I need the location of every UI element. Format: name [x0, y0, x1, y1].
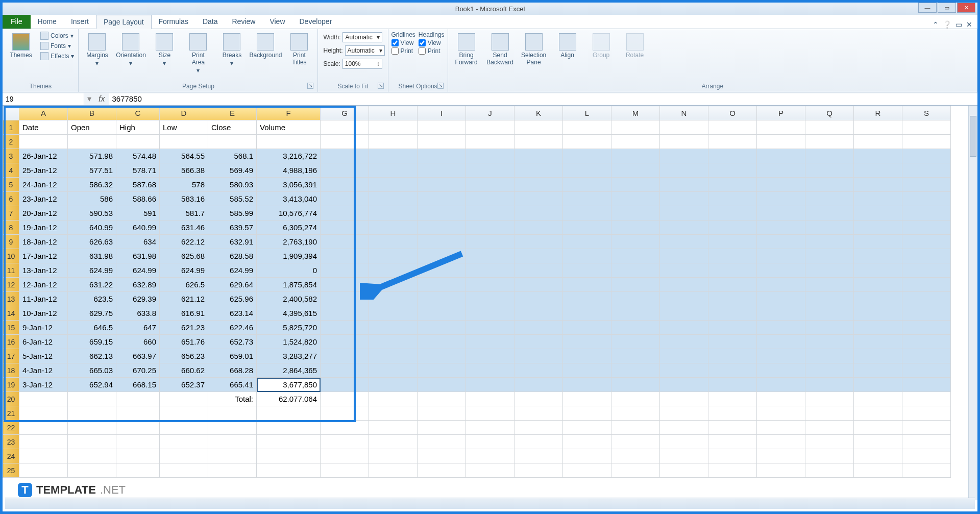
- column-header-O[interactable]: O: [708, 106, 757, 120]
- cell[interactable]: [611, 306, 660, 321]
- cell[interactable]: 569.49: [208, 163, 257, 178]
- column-header-K[interactable]: K: [514, 106, 563, 120]
- cell[interactable]: [321, 235, 369, 249]
- cell[interactable]: 591: [116, 206, 160, 221]
- cell[interactable]: [466, 435, 514, 449]
- cell[interactable]: 616.91: [160, 306, 208, 321]
- cell[interactable]: [660, 349, 708, 363]
- cell[interactable]: [321, 449, 369, 463]
- cell[interactable]: [660, 292, 708, 306]
- cell[interactable]: 3,677,850: [257, 378, 321, 392]
- cell[interactable]: [563, 292, 611, 306]
- cell[interactable]: [708, 449, 757, 463]
- cell[interactable]: [611, 406, 660, 421]
- cell[interactable]: 9-Jan-12: [19, 321, 68, 335]
- cell[interactable]: 659.15: [68, 335, 116, 349]
- cell[interactable]: [805, 135, 854, 149]
- cell[interactable]: 17-Jan-12: [19, 249, 68, 263]
- cell[interactable]: 629.75: [68, 306, 116, 321]
- cell[interactable]: 6-Jan-12: [19, 335, 68, 349]
- bring-forward-button[interactable]: Bring Forward: [451, 31, 482, 68]
- cell[interactable]: [208, 406, 257, 421]
- tab-data[interactable]: Data: [195, 14, 225, 29]
- cell[interactable]: [369, 249, 418, 263]
- cell[interactable]: [466, 235, 514, 249]
- cell[interactable]: [902, 178, 951, 192]
- cell[interactable]: [68, 449, 116, 463]
- width-combo[interactable]: Automatic▾: [342, 32, 382, 42]
- cell[interactable]: [805, 378, 854, 392]
- cell[interactable]: [757, 306, 805, 321]
- row-header[interactable]: 25: [3, 463, 19, 478]
- background-button[interactable]: Background: [250, 31, 281, 61]
- cell[interactable]: 626.63: [68, 235, 116, 249]
- cell[interactable]: 3-Jan-12: [19, 378, 68, 392]
- cell[interactable]: [418, 221, 466, 235]
- cell[interactable]: 625.68: [160, 249, 208, 263]
- cell[interactable]: 585.52: [208, 192, 257, 206]
- cell[interactable]: [514, 149, 563, 163]
- cell[interactable]: [418, 135, 466, 149]
- cell[interactable]: [660, 149, 708, 163]
- cell[interactable]: 4-Jan-12: [19, 363, 68, 378]
- cell[interactable]: [418, 406, 466, 421]
- cell[interactable]: [757, 149, 805, 163]
- cell[interactable]: 640.99: [68, 221, 116, 235]
- gridlines-view-checkbox[interactable]: View: [391, 39, 415, 46]
- tab-developer[interactable]: Developer: [292, 14, 339, 29]
- cell[interactable]: [660, 235, 708, 249]
- cell[interactable]: [757, 163, 805, 178]
- cell[interactable]: [321, 435, 369, 449]
- cell[interactable]: [321, 249, 369, 263]
- cell[interactable]: [708, 349, 757, 363]
- cell[interactable]: [805, 235, 854, 249]
- cell[interactable]: [708, 278, 757, 292]
- cell[interactable]: [805, 306, 854, 321]
- cell[interactable]: [611, 221, 660, 235]
- cell[interactable]: 13-Jan-12: [19, 263, 68, 278]
- minimize-ribbon-icon[interactable]: ⌃: [933, 20, 939, 29]
- cell[interactable]: [805, 406, 854, 421]
- cell[interactable]: [563, 163, 611, 178]
- cell[interactable]: [68, 406, 116, 421]
- align-button[interactable]: Align: [552, 31, 583, 61]
- cell[interactable]: [611, 206, 660, 221]
- minimize-button[interactable]: —: [918, 3, 937, 13]
- cell[interactable]: [708, 120, 757, 135]
- cell[interactable]: [805, 221, 854, 235]
- cell[interactable]: [611, 321, 660, 335]
- cell[interactable]: [854, 120, 902, 135]
- cell[interactable]: [257, 449, 321, 463]
- cell[interactable]: 659.01: [208, 349, 257, 363]
- cell[interactable]: 632.91: [208, 235, 257, 249]
- cell[interactable]: [321, 221, 369, 235]
- cell[interactable]: [514, 292, 563, 306]
- cell[interactable]: [708, 135, 757, 149]
- print-area-button[interactable]: Print Area▾: [183, 31, 213, 76]
- cell[interactable]: 663.97: [116, 349, 160, 363]
- cell[interactable]: [466, 249, 514, 263]
- cell[interactable]: Date: [19, 120, 68, 135]
- cell[interactable]: 586.32: [68, 178, 116, 192]
- cell[interactable]: [854, 149, 902, 163]
- cell[interactable]: [708, 206, 757, 221]
- cell[interactable]: [611, 249, 660, 263]
- cell[interactable]: [321, 306, 369, 321]
- cell[interactable]: [708, 263, 757, 278]
- cell[interactable]: 652.37: [160, 378, 208, 392]
- cell[interactable]: [321, 392, 369, 406]
- cell[interactable]: [660, 421, 708, 435]
- column-header-D[interactable]: D: [160, 106, 208, 120]
- cell[interactable]: [660, 120, 708, 135]
- cell[interactable]: [757, 335, 805, 349]
- cell[interactable]: 586: [68, 192, 116, 206]
- cell[interactable]: 652.94: [68, 378, 116, 392]
- cell[interactable]: 1,875,854: [257, 278, 321, 292]
- cell[interactable]: [563, 349, 611, 363]
- cell[interactable]: [68, 463, 116, 478]
- cell[interactable]: 20-Jan-12: [19, 206, 68, 221]
- cell[interactable]: [418, 235, 466, 249]
- cell[interactable]: [660, 392, 708, 406]
- cell[interactable]: 587.68: [116, 178, 160, 192]
- cell[interactable]: 19-Jan-12: [19, 221, 68, 235]
